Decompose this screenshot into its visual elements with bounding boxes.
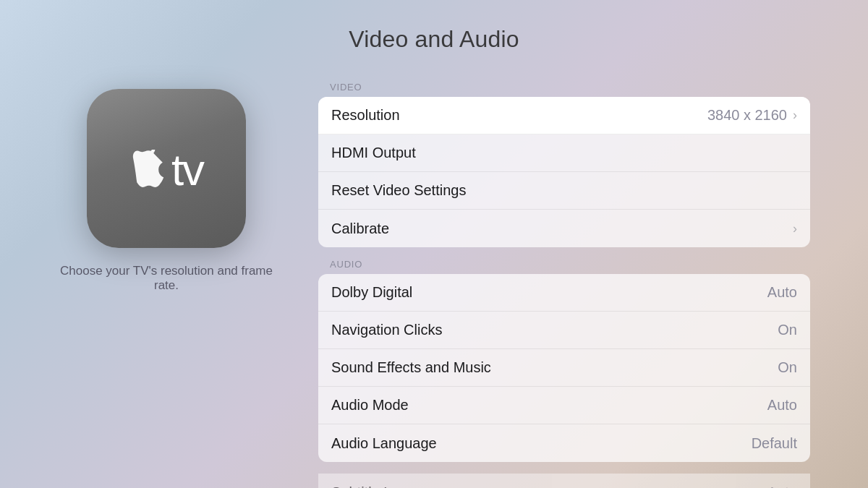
audio-language-label: Audio Language	[331, 435, 437, 452]
navigation-clicks-label: Navigation Clicks	[331, 322, 442, 338]
video-section-label: VIDEO	[330, 82, 810, 93]
apple-tv-icon-inner: tv	[129, 145, 203, 192]
resolution-row[interactable]: Resolution 3840 x 2160 ›	[318, 97, 810, 134]
tv-text-label: tv	[171, 147, 203, 192]
audio-section-label: AUDIO	[330, 259, 810, 270]
navigation-clicks-row[interactable]: Navigation Clicks On	[318, 312, 810, 349]
left-panel: tv Choose your TV's resolution and frame…	[58, 89, 275, 293]
resolution-chevron-icon: ›	[793, 108, 797, 123]
sound-effects-row[interactable]: Sound Effects and Music On	[318, 349, 810, 387]
content-area: tv Choose your TV's resolution and frame…	[0, 82, 868, 488]
resolution-value: 3840 x 2160 ›	[707, 107, 797, 124]
dolby-digital-value: Auto	[767, 284, 797, 301]
sound-effects-value: On	[778, 359, 797, 376]
audio-settings-group: Dolby Digital Auto Navigation Clicks On …	[318, 274, 810, 462]
audio-language-row[interactable]: Audio Language Default	[318, 424, 810, 462]
subtitle-language-label: Subtitle Language	[331, 484, 448, 489]
audio-mode-row[interactable]: Audio Mode Auto	[318, 387, 810, 424]
calibrate-row[interactable]: Calibrate ›	[318, 210, 810, 247]
right-panel: VIDEO Resolution 3840 x 2160 › HDMI Outp…	[318, 82, 810, 488]
navigation-clicks-value: On	[778, 322, 797, 338]
sound-effects-label: Sound Effects and Music	[331, 359, 491, 376]
apple-tv-icon: tv	[87, 89, 246, 248]
subtitle-language-row[interactable]: Subtitle Language Auto	[318, 474, 810, 488]
reset-video-label: Reset Video Settings	[331, 182, 466, 199]
subtitle-language-value: Auto	[767, 484, 797, 489]
resolution-label: Resolution	[331, 107, 400, 124]
dolby-digital-row[interactable]: Dolby Digital Auto	[318, 274, 810, 312]
audio-mode-value: Auto	[767, 397, 797, 414]
audio-mode-label: Audio Mode	[331, 397, 409, 414]
hdmi-output-label: HDMI Output	[331, 145, 416, 161]
left-caption: Choose your TV's resolution and frame ra…	[58, 264, 275, 293]
page-title: Video and Audio	[349, 26, 519, 53]
reset-video-row[interactable]: Reset Video Settings	[318, 172, 810, 210]
calibrate-chevron-icon: ›	[793, 221, 797, 236]
apple-logo-icon	[129, 150, 167, 187]
calibrate-label: Calibrate	[331, 221, 389, 237]
hdmi-output-row[interactable]: HDMI Output	[318, 134, 810, 172]
audio-language-value: Default	[752, 435, 797, 452]
dolby-digital-label: Dolby Digital	[331, 284, 412, 301]
calibrate-value: ›	[793, 221, 797, 236]
video-settings-group: Resolution 3840 x 2160 › HDMI Output Res…	[318, 97, 810, 247]
resolution-value-text: 3840 x 2160	[707, 107, 787, 124]
